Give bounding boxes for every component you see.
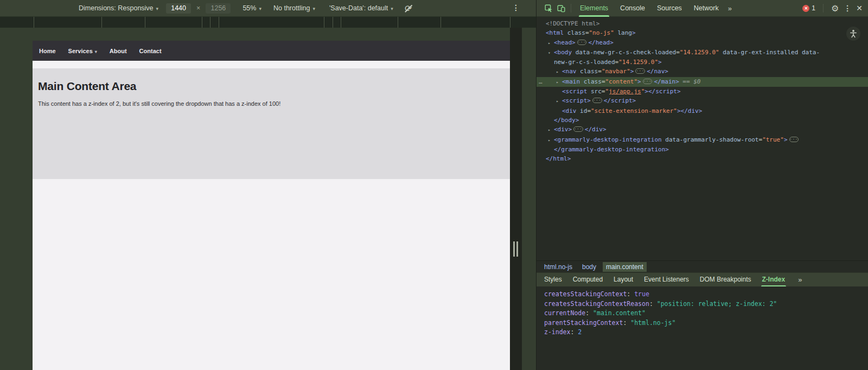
tab-network[interactable]: Network <box>688 0 725 17</box>
nav-link-services[interactable]: Services▾ <box>68 48 97 54</box>
expand-arrow-icon[interactable]: ▸ <box>556 78 562 87</box>
devtools-toolbar: ElementsConsoleSourcesNetwork» ✕ 1 ⚙ ⋮ ✕ <box>537 0 868 17</box>
code-token: > <box>632 29 636 36</box>
code-token: data- <box>798 49 820 56</box>
inline-expand-icon[interactable]: ··· <box>789 137 799 142</box>
tab-computed[interactable]: Computed <box>567 273 608 287</box>
chevron-down-icon: ▾ <box>95 49 97 54</box>
zoom-dropdown[interactable]: 55%▾ <box>242 4 261 12</box>
customize-devtools-menu-icon[interactable]: ⋮ <box>844 4 851 12</box>
error-icon: ✕ <box>802 5 809 12</box>
tab-event-listeners[interactable]: Event Listeners <box>639 273 694 287</box>
code-token: class <box>564 29 585 36</box>
tab-sources[interactable]: Sources <box>651 0 688 17</box>
viewport-resize-handle[interactable] <box>510 28 522 370</box>
device-toolbar-overflow-menu[interactable]: ⋮ <box>512 3 520 12</box>
media-query-divider <box>441 17 441 28</box>
property-separator: : <box>585 309 593 317</box>
throttling-label: No throttling <box>273 4 310 12</box>
expand-arrow-icon[interactable]: ▸ <box>548 39 554 48</box>
media-query-bar[interactable] <box>0 17 536 28</box>
viewport-width-input[interactable]: 1440 <box>166 3 191 14</box>
dimensions-multiply-sign: × <box>196 4 200 12</box>
inline-expand-icon[interactable]: ··· <box>577 40 587 45</box>
code-token: lang <box>614 29 632 36</box>
inline-expand-icon[interactable]: ··· <box>573 126 583 132</box>
save-data-label: 'Save-Data': default <box>329 4 388 12</box>
main-content-area: Main Content Area This content has a z-i… <box>33 68 510 179</box>
tree-row[interactable]: …▸<main class="content">···</main> == $0 <box>537 77 868 87</box>
inspect-element-icon[interactable] <box>542 2 555 15</box>
tree-row[interactable]: <div id="scite-extension-marker"></div> <box>537 106 868 116</box>
inline-expand-icon[interactable]: ··· <box>643 79 653 84</box>
preview-navbar: HomeServices▾AboutContact <box>33 41 510 61</box>
inline-expand-icon[interactable]: ··· <box>592 98 602 103</box>
tree-row[interactable]: </html> <box>537 154 868 163</box>
expand-arrow-icon[interactable]: ▸ <box>556 67 562 76</box>
tab-console[interactable]: Console <box>614 0 651 17</box>
expand-arrow-icon[interactable]: ▸ <box>548 136 554 145</box>
breadcrumb-item[interactable]: html.no-js <box>541 262 576 272</box>
breadcrumb: html.no-jsbodymain.content <box>537 260 868 272</box>
settings-gear-icon[interactable]: ⚙ <box>831 3 839 14</box>
device-toolbar: Dimensions: Responsive▾ 1440 × 1256 55%▾… <box>0 0 536 17</box>
media-query-divider <box>510 17 510 28</box>
code-token: ></script> <box>644 88 680 95</box>
code-token: = <box>587 107 591 114</box>
tree-row[interactable]: ▾<body data-new-gr-c-s-check-loaded="14.… <box>537 48 868 58</box>
nav-link-contact[interactable]: Contact <box>139 48 162 54</box>
device-toolbar-toggle-icon[interactable] <box>555 2 568 15</box>
zindex-entry: parentStackingContext: "html.no-js" <box>544 318 868 328</box>
close-devtools-icon[interactable]: ✕ <box>856 4 863 12</box>
rotate-viewport-icon[interactable]: ⟳ <box>403 3 414 14</box>
tab-z-index[interactable]: Z-Index <box>757 273 791 287</box>
expand-arrow-icon[interactable]: ▸ <box>548 125 554 135</box>
code-token: new-gr-c-s-loaded <box>554 59 615 66</box>
code-token: <head> <box>554 39 576 46</box>
viewport-height-input[interactable]: 1256 <box>206 3 231 14</box>
console-error-badge[interactable]: ✕ 1 <box>802 4 815 12</box>
more-tabs-chevron-icon[interactable]: » <box>725 4 735 12</box>
tree-row[interactable]: <!DOCTYPE html> <box>537 19 868 28</box>
tab-styles[interactable]: Styles <box>539 273 567 287</box>
tree-row[interactable]: new-gr-c-s-loaded="14.1259.0"> <box>537 58 868 67</box>
tree-row[interactable]: </body> <box>537 116 868 125</box>
tree-row[interactable]: </grammarly-desktop-integration> <box>537 145 868 154</box>
dimensions-dropdown[interactable]: Dimensions: Responsive▾ <box>79 4 158 12</box>
throttling-dropdown[interactable]: No throttling▾ <box>273 4 315 12</box>
tree-row[interactable]: ▸<nav class="navbar">···</nav> <box>537 67 868 76</box>
code-token: class <box>580 78 602 85</box>
nav-link-about[interactable]: About <box>110 48 127 54</box>
save-data-dropdown[interactable]: 'Save-Data': default▾ <box>329 4 393 12</box>
tree-row[interactable]: ▸<grammarly-desktop-integration data-gra… <box>537 135 868 145</box>
property-name: z-index <box>544 328 570 336</box>
tree-row[interactable]: ▸<div>···</div> <box>537 125 868 135</box>
tree-row[interactable]: ▸<script>···</script> <box>537 96 868 106</box>
code-token: <div <box>562 107 577 114</box>
breadcrumb-item[interactable]: body <box>579 262 599 272</box>
code-token: js/app.js <box>609 88 641 95</box>
code-token: <div> <box>554 126 572 133</box>
code-token: <body <box>554 49 572 56</box>
more-tabs-chevron-icon[interactable]: » <box>798 276 801 284</box>
breadcrumb-item[interactable]: main.content <box>603 262 647 272</box>
tree-row[interactable]: <script src="js/app.js"></script> <box>537 87 868 96</box>
nav-link-home[interactable]: Home <box>39 48 56 54</box>
inline-expand-icon[interactable]: ··· <box>635 68 645 74</box>
collapse-arrow-icon[interactable]: ▾ <box>548 48 554 58</box>
code-token: src <box>587 88 602 95</box>
property-separator: : <box>623 319 630 327</box>
code-token: = <box>585 29 589 36</box>
tab-layout[interactable]: Layout <box>608 273 639 287</box>
code-token: </grammarly-desktop-integration> <box>554 146 669 153</box>
media-query-divider <box>202 17 202 28</box>
tree-row[interactable]: <html class="no-js" lang> <box>537 28 868 37</box>
tab-dom-breakpoints[interactable]: DOM Breakpoints <box>694 273 757 287</box>
page-title: Main Content Area <box>38 80 505 93</box>
row-actions-icon[interactable]: … <box>539 77 543 86</box>
tree-row[interactable]: ▸<head>···</head> <box>537 38 868 48</box>
property-name: currentNode <box>544 309 585 317</box>
tab-elements[interactable]: Elements <box>574 0 614 17</box>
expand-arrow-icon[interactable]: ▸ <box>556 97 562 106</box>
code-token: <script <box>562 88 587 95</box>
